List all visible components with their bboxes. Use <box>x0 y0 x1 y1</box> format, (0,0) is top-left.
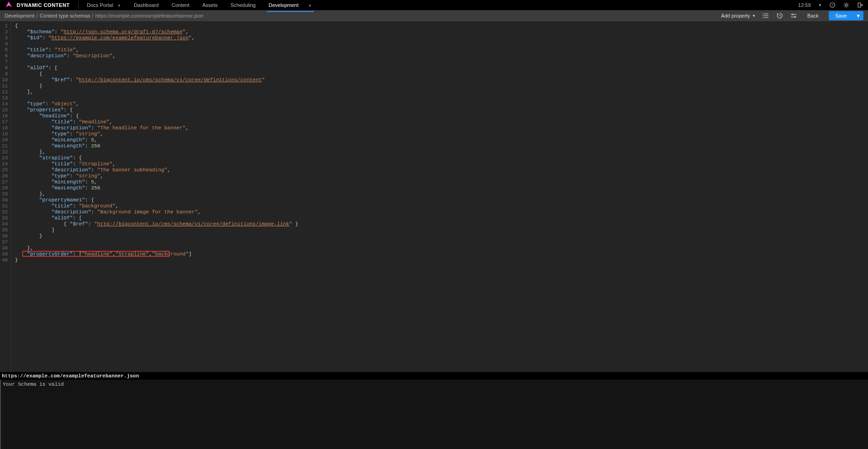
svg-point-22 <box>792 14 793 15</box>
breadcrumb-schemas[interactable]: Content type schemas <box>40 13 90 18</box>
line-number: 16 <box>2 113 8 119</box>
code-line[interactable]: "description": "Description", <box>15 53 864 59</box>
code-line[interactable] <box>15 59 864 65</box>
code-line[interactable]: "properties": { <box>15 107 864 113</box>
code-line[interactable]: "propertyOrder": ["headline","Strapline"… <box>15 251 864 257</box>
line-number: 35 <box>2 227 8 233</box>
code-line[interactable]: "headline": { <box>15 113 864 119</box>
code-line[interactable]: "$schema": "http://json-schema.org/draft… <box>15 29 864 35</box>
nav-development[interactable]: Development ▼ <box>269 0 312 10</box>
nav-scheduling[interactable]: Scheduling <box>230 0 255 10</box>
chevron-down-icon[interactable]: ▼ <box>818 3 822 7</box>
code-line[interactable]: "propertyName1": { <box>15 197 864 203</box>
sliders-icon[interactable] <box>790 12 797 19</box>
line-number: 9 <box>2 71 8 77</box>
code-line[interactable]: "type": "object", <box>15 101 864 107</box>
code-line[interactable] <box>15 239 864 245</box>
code-line[interactable]: "strapline": { <box>15 155 864 161</box>
code-line[interactable]: "allOf": [ <box>15 215 864 221</box>
code-line[interactable]: "type": "string", <box>15 173 864 179</box>
code-line[interactable]: ], <box>15 89 864 95</box>
code-line[interactable]: }, <box>15 245 864 251</box>
code-line[interactable]: "title": "Strapline", <box>15 161 864 167</box>
add-property-button[interactable]: Add property ▼ <box>721 13 756 18</box>
breadcrumb-separator: / <box>92 13 93 18</box>
line-number: 7 <box>2 59 8 65</box>
line-number: 31 <box>2 203 8 209</box>
line-number: 37 <box>2 239 8 245</box>
line-number: 21 <box>2 143 8 149</box>
code-line[interactable]: } <box>15 257 864 263</box>
svg-point-4 <box>845 4 848 6</box>
line-number: 26 <box>2 173 8 179</box>
gear-icon[interactable] <box>843 2 850 8</box>
code-line[interactable]: "description": "Background image for the… <box>15 209 864 215</box>
line-number: 12 <box>2 89 8 95</box>
code-line[interactable]: ] <box>15 227 864 233</box>
line-number: 24 <box>2 161 8 167</box>
code-line[interactable] <box>15 41 864 47</box>
code-line[interactable]: "allOf": [ <box>15 65 864 71</box>
line-number: 27 <box>2 179 8 185</box>
code-line[interactable]: }, <box>15 191 864 197</box>
line-number: 40 <box>2 257 8 263</box>
code-line[interactable]: { <box>15 23 864 29</box>
code-line[interactable]: } <box>15 83 864 89</box>
code-line[interactable]: "type": "string", <box>15 131 864 137</box>
code-line[interactable]: "title": "background", <box>15 203 864 209</box>
save-dropdown-button[interactable]: ▼ <box>853 11 863 20</box>
code-editor[interactable]: 1234567891011121314151617181920212223242… <box>0 21 868 372</box>
line-number: 29 <box>2 191 8 197</box>
line-number: 28 <box>2 185 8 191</box>
nav-dashboard[interactable]: Dashboard <box>134 0 159 10</box>
code-line[interactable]: { "$ref": "http://bigcontent.io/cms/sche… <box>15 221 864 227</box>
code-line[interactable]: "title": "Title", <box>15 47 864 53</box>
line-number: 5 <box>2 47 8 53</box>
nav-docs-portal[interactable]: Docs Portal ▼ <box>87 0 121 10</box>
code-line[interactable]: "minLength": 5, <box>15 179 864 185</box>
back-button[interactable]: Back <box>804 13 822 18</box>
code-line[interactable]: { <box>15 71 864 77</box>
line-number: 33 <box>2 215 8 221</box>
clock-label: 12:59 <box>798 2 811 8</box>
help-icon[interactable]: ? <box>829 2 836 8</box>
nav-content[interactable]: Content <box>172 0 190 10</box>
history-icon[interactable] <box>776 12 784 19</box>
brand-label: DYNAMIC CONTENT <box>17 2 70 8</box>
code-line[interactable]: "maxLength": 256 <box>15 185 864 191</box>
line-number: 10 <box>2 77 8 83</box>
code-line[interactable]: "maxLength": 256 <box>15 143 864 149</box>
line-number: 20 <box>2 137 8 143</box>
line-number: 18 <box>2 125 8 131</box>
code-line[interactable]: "description": "The headline for the ban… <box>15 125 864 131</box>
line-number: 6 <box>2 53 8 59</box>
line-number: 39 <box>2 251 8 257</box>
validation-message: Your Schema is valid <box>0 380 868 449</box>
code-line[interactable]: "$id": "https://example.com/examplefeatu… <box>15 35 864 41</box>
line-number: 36 <box>2 233 8 239</box>
line-number: 32 <box>2 209 8 215</box>
logout-icon[interactable] <box>857 2 863 8</box>
line-number: 8 <box>2 65 8 71</box>
code-line[interactable]: }, <box>15 149 864 155</box>
code-line[interactable]: "description": "The banner subheading", <box>15 167 864 173</box>
validation-file-label: https://example.com/examplefeaturebanner… <box>0 372 868 380</box>
nav-docs-portal-label: Docs Portal <box>87 2 113 8</box>
save-button[interactable]: Save <box>829 11 853 20</box>
list-icon[interactable] <box>762 12 770 19</box>
svg-line-12 <box>848 3 848 4</box>
code-line[interactable]: "title": "Headline", <box>15 119 864 125</box>
code-line[interactable]: "$ref": "http://bigcontent.io/cms/schema… <box>15 77 864 83</box>
code-line[interactable]: } <box>15 233 864 239</box>
svg-line-9 <box>844 3 845 4</box>
line-number: 34 <box>2 221 8 227</box>
code-content[interactable]: { "$schema": "http://json-schema.org/dra… <box>11 21 868 372</box>
breadcrumb-development[interactable]: Development <box>5 13 35 18</box>
code-line[interactable] <box>15 95 864 101</box>
line-number: 2 <box>2 29 8 35</box>
line-number: 38 <box>2 245 8 251</box>
svg-text:?: ? <box>832 4 833 7</box>
code-line[interactable]: "minLength": 5, <box>15 137 864 143</box>
line-number: 11 <box>2 83 8 89</box>
nav-assets[interactable]: Assets <box>202 0 217 10</box>
